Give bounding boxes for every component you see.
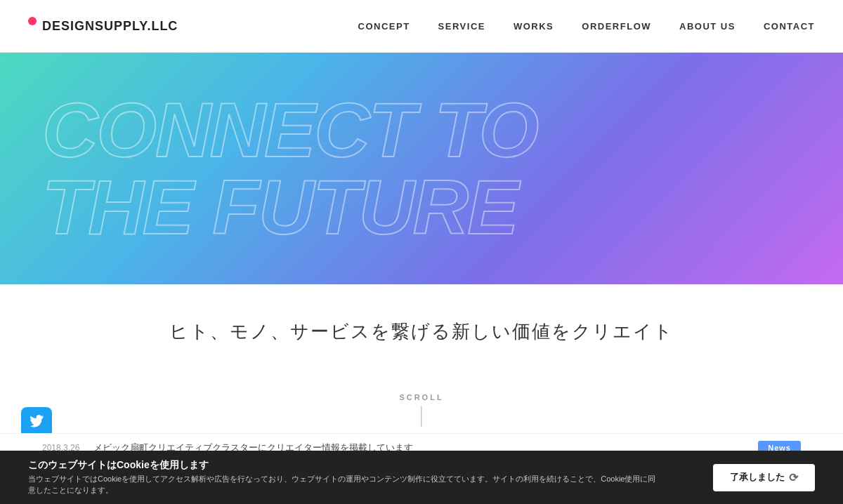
scroll-line	[421, 406, 422, 427]
nav-service[interactable]: SERVICE	[438, 21, 485, 32]
site-header: DESIGNSUPPLY.LLC CONCEPT SERVICE WORKS O…	[0, 0, 843, 53]
main-nav: CONCEPT SERVICE WORKS ORDERFLOW ABOUT US…	[358, 21, 815, 32]
hero-text: CONNECT TO THE FUTURE	[42, 91, 537, 246]
nav-about[interactable]: ABOUT US	[679, 21, 736, 32]
logo-text: DESIGNSUPPLY.LLC	[42, 19, 178, 34]
twitter-icon	[29, 415, 44, 430]
cookie-close-icon: ⟳	[789, 471, 798, 484]
subtitle-area: ヒト、モノ、サービスを繋げる新しい価値をクリエイト	[0, 284, 843, 365]
cookie-accept-button[interactable]: 了承しました ⟳	[713, 464, 815, 491]
hero-line2: THE FUTURE	[42, 164, 518, 250]
logo-area[interactable]: DESIGNSUPPLY.LLC	[28, 17, 178, 35]
nav-concept[interactable]: CONCEPT	[358, 21, 410, 32]
subtitle-text: ヒト、モノ、サービスを繋げる新しい価値をクリエイト	[14, 319, 829, 344]
scroll-indicator: SCROLL	[399, 393, 443, 427]
scroll-label: SCROLL	[399, 393, 443, 402]
hero-line1: CONNECT TO	[42, 86, 537, 173]
cookie-title: このウェブサイトはCookieを使用します	[28, 459, 699, 472]
logo-dot	[28, 17, 37, 25]
cookie-body: 当ウェブサイトではCookieを使用してアクセス解析や広告を行なっており、ウェブ…	[28, 474, 660, 496]
nav-orderflow[interactable]: ORDERFLOW	[582, 21, 651, 32]
nav-contact[interactable]: CONTACT	[764, 21, 815, 32]
cookie-accept-label: 了承しました	[730, 471, 785, 484]
cookie-text-area: このウェブサイトはCookieを使用します 当ウェブサイトではCookieを使用…	[28, 459, 699, 496]
cookie-banner: このウェブサイトはCookieを使用します 当ウェブサイトではCookieを使用…	[0, 451, 843, 504]
hero-banner: CONNECT TO THE FUTURE	[0, 53, 843, 284]
nav-works[interactable]: WORKS	[514, 21, 554, 32]
